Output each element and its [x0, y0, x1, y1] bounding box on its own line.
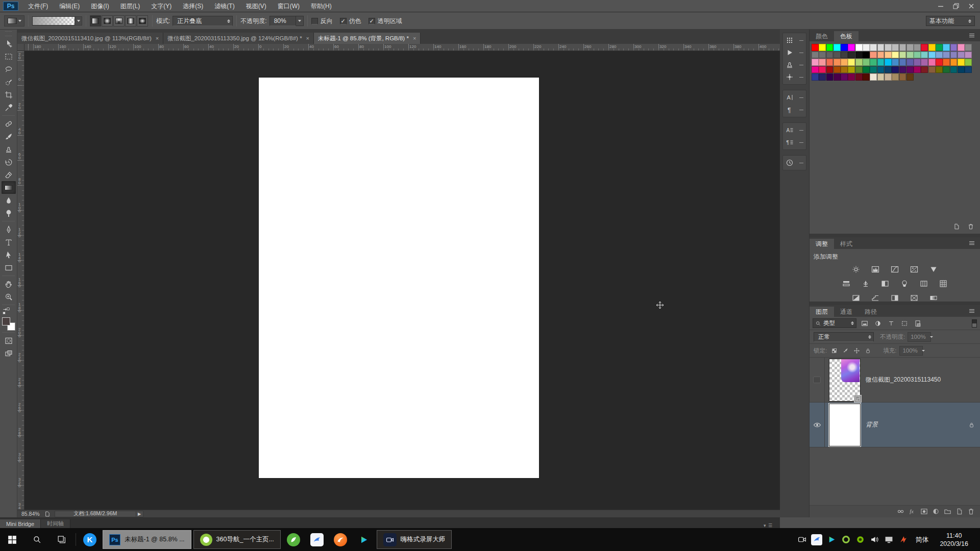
- exposure-adjustment-icon[interactable]: [909, 265, 920, 274]
- color-swatch-95[interactable]: [855, 73, 863, 81]
- filter-adj-icon[interactable]: [873, 319, 883, 328]
- color-swatch-10[interactable]: [877, 44, 885, 51]
- foreground-color[interactable]: [2, 317, 10, 325]
- menu-item-1[interactable]: 文件(F): [22, 0, 54, 12]
- delete-layer-icon[interactable]: [967, 508, 975, 516]
- layer-visibility-toggle[interactable]: [810, 403, 825, 447]
- delete-swatch-icon[interactable]: [966, 222, 976, 231]
- swatches-tab-色板[interactable]: 色板: [834, 31, 859, 41]
- zoom-level-field[interactable]: 85.84%: [17, 511, 44, 517]
- color-swatch-74[interactable]: [863, 66, 870, 73]
- eyedropper-tool[interactable]: [2, 101, 16, 114]
- color-swatch-62[interactable]: [936, 59, 943, 66]
- color-swatch-6[interactable]: [848, 44, 855, 51]
- adjustments-tab-样式[interactable]: 样式: [834, 239, 859, 249]
- filter-type-icon[interactable]: [886, 319, 896, 328]
- color-swatch-93[interactable]: [841, 73, 848, 81]
- reflected-gradient-button[interactable]: [125, 15, 136, 27]
- color-swatch-8[interactable]: [863, 44, 870, 51]
- brush-tool[interactable]: [2, 130, 16, 143]
- color-swatch-14[interactable]: [906, 44, 914, 51]
- channelmixer-adjustment-icon[interactable]: [918, 279, 929, 288]
- color-swatch-49[interactable]: [841, 59, 848, 66]
- photofilter-adjustment-icon[interactable]: [899, 279, 910, 288]
- color-swatch-102[interactable]: [906, 73, 914, 81]
- color-swatch-28[interactable]: [848, 52, 855, 59]
- menu-item-6[interactable]: 选择(S): [177, 0, 209, 12]
- color-swatch-45[interactable]: [812, 59, 819, 66]
- quickselect-tool[interactable]: [2, 76, 16, 88]
- lock-transparent-icon[interactable]: [830, 346, 838, 355]
- document-size-info[interactable]: 文档:1.68M/2.96M: [55, 511, 136, 517]
- zoom-tool[interactable]: [2, 290, 16, 303]
- rectangle-tool[interactable]: [2, 261, 16, 274]
- lock-pixels-icon[interactable]: [841, 346, 849, 355]
- document-canvas[interactable]: [258, 77, 540, 479]
- lock-all-icon[interactable]: [864, 346, 872, 355]
- threshold-adjustment-icon[interactable]: [889, 293, 900, 303]
- kugou-music-taskbar-icon[interactable]: K: [78, 528, 102, 551]
- menu-item-7[interactable]: 滤镜(T): [209, 0, 240, 12]
- color-swatch-35[interactable]: [899, 52, 906, 59]
- color-swatch-69[interactable]: [826, 66, 834, 73]
- color-swatch-15[interactable]: [914, 44, 921, 51]
- layers-tab-路径[interactable]: 路径: [859, 307, 883, 317]
- color-swatch-9[interactable]: [870, 44, 877, 51]
- color-swatch-19[interactable]: [943, 44, 950, 51]
- color-swatch-60[interactable]: [921, 59, 928, 66]
- layers-tab-通道[interactable]: 通道: [834, 307, 859, 317]
- levels-adjustment-icon[interactable]: [870, 265, 881, 274]
- 透明区域-checkbox[interactable]: ✓: [369, 18, 375, 24]
- color-swatch-85[interactable]: [943, 66, 950, 73]
- selective-adjustment-icon[interactable]: [909, 293, 920, 303]
- color-swatch-84[interactable]: [936, 66, 943, 73]
- color-swatch-58[interactable]: [906, 59, 914, 66]
- menu-item-8[interactable]: 视图(V): [240, 0, 272, 12]
- taskbar-clock[interactable]: 11:402020/3/16: [935, 532, 973, 548]
- liebao-browser-taskbar-icon[interactable]: [329, 528, 352, 551]
- new-swatch-icon[interactable]: [951, 222, 962, 231]
- thunder-tray-tray-icon[interactable]: [811, 534, 822, 545]
- layers-tab-图层[interactable]: 图层: [810, 307, 834, 317]
- vibrance-adjustment-icon[interactable]: [928, 265, 939, 274]
- color-swatch-70[interactable]: [834, 66, 841, 73]
- layers-panel-menu-icon[interactable]: [968, 307, 976, 315]
- layer-row-1[interactable]: 微信截图_20200315113450: [810, 358, 980, 403]
- blur-tool[interactable]: [2, 194, 16, 207]
- paragraph-panel-button[interactable]: ¶: [783, 104, 806, 116]
- type-tool[interactable]: [2, 236, 16, 248]
- character-panel-button[interactable]: A: [783, 91, 806, 104]
- actions-panel-button[interactable]: [783, 46, 806, 59]
- color-swatch-32[interactable]: [877, 52, 885, 59]
- color-swatch-98[interactable]: [877, 73, 885, 81]
- paragraph-styles-panel-button[interactable]: ¶: [783, 136, 806, 148]
- thunder-taskbar-icon[interactable]: [305, 528, 329, 551]
- brightness-adjustment-icon[interactable]: [850, 265, 862, 274]
- color-swatch-33[interactable]: [885, 52, 892, 59]
- color-swatch-46[interactable]: [819, 59, 826, 66]
- color-swatch-94[interactable]: [848, 73, 855, 81]
- color-swatch-90[interactable]: [819, 73, 826, 81]
- document-tab-1[interactable]: 微信截图_20200315113410.jpg @ 113%(RGB/8#)×: [17, 33, 163, 44]
- filter-smart-icon[interactable]: [913, 319, 923, 328]
- qiyi-tray-tray-icon[interactable]: [825, 534, 838, 546]
- color-swatch-42[interactable]: [950, 52, 958, 59]
- menu-item-10[interactable]: 帮助(H): [305, 0, 337, 12]
- color-swatch-25[interactable]: [826, 52, 834, 59]
- character-styles-panel-button[interactable]: A: [783, 124, 806, 136]
- toolbar-grip[interactable]: [5, 31, 12, 36]
- screen-recorder-taskbar-button[interactable]: 嗨格式录屏大师: [377, 530, 452, 549]
- ime-language-indicator[interactable]: 简体: [911, 535, 933, 544]
- screen-mode-button[interactable]: [2, 347, 16, 360]
- menu-item-4[interactable]: 图层(L): [115, 0, 146, 12]
- photoshop-logo[interactable]: Ps: [3, 2, 18, 11]
- layer-blend-mode-dropdown[interactable]: 正常: [814, 332, 874, 342]
- color-swatch-80[interactable]: [906, 66, 914, 73]
- safe-360-taskbar-icon[interactable]: [282, 528, 305, 551]
- color-swatch-17[interactable]: [928, 44, 936, 51]
- angle-gradient-button[interactable]: [113, 15, 125, 27]
- color-swatch-12[interactable]: [892, 44, 899, 51]
- menu-item-3[interactable]: 图像(I): [85, 0, 114, 12]
- layer-row-2[interactable]: 背景: [810, 403, 980, 447]
- start-button[interactable]: [0, 528, 24, 551]
